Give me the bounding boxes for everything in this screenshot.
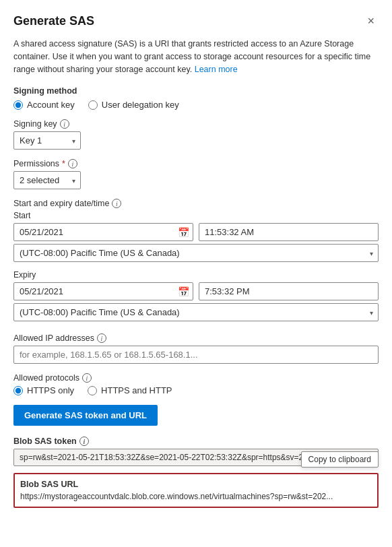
allowed-protocols-info-icon[interactable]: i bbox=[82, 373, 92, 383]
user-delegation-label: User delegation key bbox=[102, 100, 179, 110]
generate-sas-button[interactable]: Generate SAS token and URL bbox=[13, 405, 158, 426]
signing-key-select[interactable]: Key 1 Key 2 bbox=[13, 131, 81, 150]
start-expiry-info-icon[interactable]: i bbox=[112, 199, 121, 208]
signing-method-group: Signing method Account key User delegati… bbox=[13, 86, 379, 110]
allowed-ip-label: Allowed IP addresses i bbox=[13, 333, 379, 343]
expiry-time-input[interactable] bbox=[199, 282, 379, 300]
account-key-option[interactable]: Account key bbox=[13, 100, 75, 110]
expiry-datetime-row: 📅 bbox=[13, 282, 379, 300]
blob-sas-url-value: https://mystorageaccountvdalc.blob.core.… bbox=[20, 492, 372, 501]
permissions-group: Permissions * i 2 selected ▾ bbox=[13, 159, 379, 189]
https-only-option[interactable]: HTTPS only bbox=[13, 385, 74, 395]
start-datetime-row: 📅 bbox=[13, 223, 379, 241]
protocols-radio-group: HTTPS only HTTPS and HTTP bbox=[13, 385, 379, 395]
allowed-protocols-group: Allowed protocols i HTTPS only HTTPS and… bbox=[13, 373, 379, 395]
signing-method-label: Signing method bbox=[13, 86, 379, 96]
account-key-radio[interactable] bbox=[13, 100, 23, 110]
learn-more-link[interactable]: Learn more bbox=[195, 65, 238, 74]
permissions-info-icon[interactable]: i bbox=[68, 159, 77, 168]
start-time-wrapper bbox=[199, 223, 379, 241]
permissions-label: Permissions * i bbox=[13, 159, 379, 168]
expiry-timezone-wrapper: (UTC-08:00) Pacific Time (US & Canada) (… bbox=[13, 303, 379, 321]
permissions-required-marker: * bbox=[62, 159, 65, 168]
expiry-timezone-select[interactable]: (UTC-08:00) Pacific Time (US & Canada) (… bbox=[13, 303, 379, 321]
close-button[interactable]: × bbox=[363, 13, 379, 28]
expiry-date-wrapper: 📅 bbox=[13, 282, 193, 300]
signing-key-select-wrapper: Key 1 Key 2 ▾ bbox=[13, 131, 81, 150]
expiry-date-input[interactable] bbox=[13, 282, 193, 300]
start-date-input[interactable] bbox=[13, 223, 193, 241]
allowed-ip-group: Allowed IP addresses i bbox=[13, 333, 379, 364]
start-timezone-select[interactable]: (UTC-08:00) Pacific Time (US & Canada) (… bbox=[13, 244, 379, 262]
allowed-protocols-label: Allowed protocols i bbox=[13, 373, 379, 383]
user-delegation-option[interactable]: User delegation key bbox=[88, 100, 179, 110]
allowed-ip-input[interactable] bbox=[13, 346, 379, 364]
signing-method-radio-group: Account key User delegation key bbox=[13, 100, 379, 110]
start-label: Start bbox=[13, 211, 379, 220]
start-timezone-wrapper: (UTC-08:00) Pacific Time (US & Canada) (… bbox=[13, 244, 379, 262]
description-text: A shared access signature (SAS) is a URI… bbox=[13, 38, 379, 75]
allowed-ip-info-icon[interactable]: i bbox=[97, 333, 106, 343]
description-body: A shared access signature (SAS) is a URI… bbox=[13, 39, 370, 74]
signing-key-group: Signing key i Key 1 Key 2 ▾ bbox=[13, 119, 379, 150]
https-only-label: HTTPS only bbox=[27, 385, 74, 395]
https-only-radio[interactable] bbox=[13, 386, 23, 395]
start-time-input[interactable] bbox=[199, 223, 379, 241]
dialog-header: Generate SAS × bbox=[13, 13, 379, 28]
signing-key-info-icon[interactable]: i bbox=[60, 119, 69, 129]
blob-sas-token-info-icon[interactable]: i bbox=[79, 437, 89, 446]
copy-to-clipboard-tooltip: Copy to clipboard bbox=[301, 451, 379, 468]
https-http-label: HTTPS and HTTP bbox=[101, 385, 172, 395]
expiry-time-wrapper bbox=[199, 282, 379, 300]
start-date-wrapper: 📅 bbox=[13, 223, 193, 241]
permissions-select-wrapper: 2 selected ▾ bbox=[13, 171, 81, 189]
blob-sas-url-container: Blob SAS URL https://mystorageaccountvda… bbox=[13, 473, 379, 508]
permissions-select[interactable]: 2 selected bbox=[13, 171, 81, 189]
generate-sas-dialog: Generate SAS × A shared access signature… bbox=[0, 0, 392, 547]
start-expiry-group: Start and expiry date/time i Start 📅 (UT… bbox=[13, 199, 379, 324]
blob-sas-token-label: Blob SAS token i bbox=[13, 437, 379, 446]
account-key-label: Account key bbox=[27, 100, 75, 110]
start-expiry-label: Start and expiry date/time i bbox=[13, 199, 379, 208]
expiry-label: Expiry bbox=[13, 270, 379, 280]
dialog-title: Generate SAS bbox=[13, 14, 94, 28]
https-http-option[interactable]: HTTPS and HTTP bbox=[88, 385, 172, 395]
blob-sas-url-section: Blob SAS URL https://mystorageaccountvda… bbox=[13, 473, 379, 508]
blob-sas-url-label: Blob SAS URL bbox=[20, 480, 372, 489]
user-delegation-radio[interactable] bbox=[88, 100, 98, 110]
https-http-radio[interactable] bbox=[88, 386, 97, 395]
signing-key-label: Signing key i bbox=[13, 119, 379, 129]
